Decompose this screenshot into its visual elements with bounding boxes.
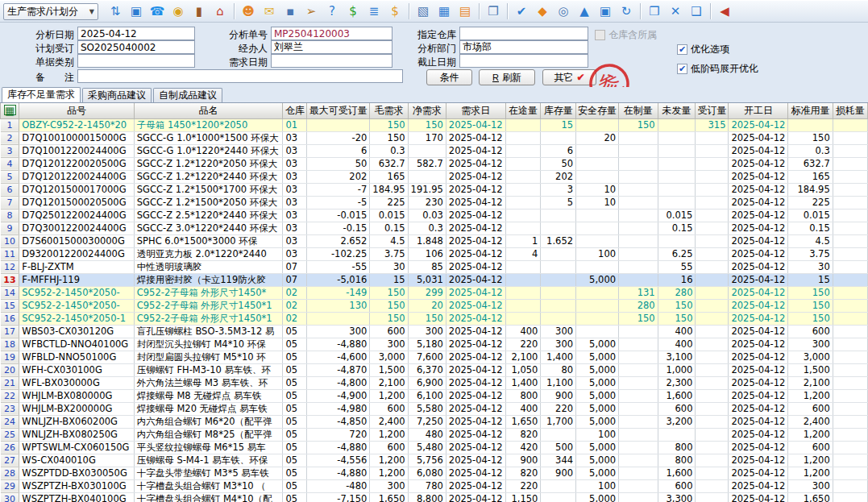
table-row[interactable]: 12F-BLJ-ZXTM中性透明玻璃胶07-5530852025-04-1255…	[1, 260, 868, 273]
other-button[interactable]: 其它 ✔	[542, 69, 596, 85]
window-cascade-button[interactable]: ❑	[686, 2, 707, 21]
tab-3[interactable]: 自制成品建议	[153, 88, 222, 102]
table-row[interactable]: 11D932001220024400G透明亚克力板 2.0*1220*24400…	[1, 247, 868, 260]
cell	[833, 144, 867, 157]
table-row[interactable]: 22WHJLM-BX080000G焊接螺母 M8 无碰焊点 易车铁05-4,90…	[1, 389, 868, 402]
approve-button[interactable]: ✔	[511, 2, 532, 21]
window-restore-button[interactable]: ❒	[644, 2, 665, 21]
remark-field[interactable]	[77, 69, 403, 83]
table-row[interactable]: 15SC952-2-1450*2050-C952-2子母箱 外形尺寸1450*1…	[1, 299, 868, 312]
table-row[interactable]: 8D7Q2501220024400GSGCC-Z 2.5*1220*2440 环…	[1, 209, 868, 222]
table-row[interactable]: 23WHJLM-BX200000G焊接螺母 M20 无碰焊点 易车铁05-4,9…	[1, 402, 868, 415]
col-header-5[interactable]: 毛需求	[370, 103, 408, 118]
col-header-3[interactable]: 仓库	[283, 103, 307, 118]
col-header-6[interactable]: 净需求	[408, 103, 446, 118]
monitor-share-icon: ▣	[600, 6, 611, 18]
cell	[576, 312, 619, 325]
table-row[interactable]: 27WS-CX040010G压铆螺母 S-M4-1 易车铁、环保05-4,556…	[1, 454, 868, 467]
optimize-checkbox[interactable]: ✔ 优化选项	[677, 44, 729, 55]
table-row[interactable]: 29WSZPTZH-BX030100G十字槽盘头组合螺钉 M3*10 （05-4…	[1, 479, 868, 492]
table-row[interactable]: 24WNLJZH-BX060200G内六角组合螺钉 M6*20（配平弹05-4,…	[1, 415, 868, 428]
tab-1[interactable]: 库存不足量需求	[2, 87, 81, 102]
cart-button[interactable]: ≣	[363, 2, 384, 21]
col-header-2[interactable]: 品名	[134, 103, 283, 118]
finance-button[interactable]: $	[384, 2, 405, 21]
warehouse-field[interactable]	[459, 27, 588, 40]
phone-button[interactable]: ☎	[147, 2, 168, 21]
calculator-button[interactable]: ▦	[434, 2, 455, 21]
table-row[interactable]: 9D7Q3001220024400GSGCC-Z 3.0*1220*2440 环…	[1, 222, 868, 234]
table-row[interactable]: 19WFBLD-NNO50100G封闭型扁圆头拉铆钉 M5*10 环05-4,6…	[1, 351, 868, 363]
demand-date-field[interactable]	[271, 54, 392, 68]
computer-button[interactable]: ▣	[126, 2, 147, 21]
col-header-11[interactable]: 在制量	[619, 103, 658, 118]
search-doc-button[interactable]: ◎	[553, 2, 574, 21]
col-header-4[interactable]: 最大可受订量	[307, 103, 370, 118]
table-row[interactable]: 5D7Q1201220024400GSGCC-Z 1.2*1220*2440 环…	[1, 170, 868, 183]
col-header-14[interactable]: 开工日	[729, 103, 788, 118]
refresh-button-label: 刷新	[502, 71, 521, 85]
module-dropdown[interactable]: 生产需求/计划分 ▼	[3, 3, 98, 20]
key-button[interactable]: ➢	[301, 2, 322, 21]
users-button[interactable]: ☻	[238, 2, 259, 21]
col-header-9[interactable]: 库存量	[541, 103, 576, 118]
table-row[interactable]: 1OBZY-C952-2-1450*20子母箱 1450*1200*205001…	[1, 118, 868, 131]
col-header-10[interactable]: 安全存量	[576, 103, 619, 118]
network-button[interactable]: ▲	[574, 2, 595, 21]
table-row[interactable]: 17WBS03-CX030120G盲孔压铆螺柱 BSO-3.5M3-12 易05…	[1, 325, 868, 338]
table-row[interactable]: 14SC952-2-1450*2050-C952-2子母箱 外形尺寸1450*0…	[1, 286, 868, 299]
col-header-7[interactable]: 需求日	[446, 103, 505, 118]
help-button[interactable]: ?	[322, 2, 343, 21]
col-header-13[interactable]: 受订量	[696, 103, 729, 118]
doc-type-field[interactable]	[77, 54, 195, 68]
monitor-share-button[interactable]: ▣	[595, 2, 616, 21]
condition-button[interactable]: 条件	[426, 69, 472, 85]
home-button[interactable]: ⌂	[210, 2, 230, 21]
col-header-15[interactable]: 标准用量	[788, 103, 833, 118]
analysis-no-field[interactable]	[271, 27, 392, 40]
col-header-8[interactable]: 在途量	[505, 103, 541, 118]
excel-export-button[interactable]: ▦	[1, 103, 19, 118]
copy-button[interactable]: ❐	[483, 2, 504, 21]
low-level-checkbox[interactable]: ✔ 低阶码展开优化	[677, 63, 758, 74]
table-row[interactable]: 28WSZPTDD-BX030050G十字盘头带垫螺钉 M3*5 易车铁05-4…	[1, 467, 868, 479]
workflow-button[interactable]: ⇅	[105, 2, 126, 21]
money-button[interactable]: $	[343, 2, 363, 21]
table-row[interactable]: 2D7Q1001000015000GSGCC-G 1.0*1000*1500 环…	[1, 131, 868, 144]
cell: 05	[283, 415, 307, 428]
table-row[interactable]: 16SC952-2-1450*2050-1C952-2子母箱 外形尺寸1450*…	[1, 312, 868, 325]
deadline-field[interactable]	[459, 54, 588, 68]
table-row[interactable]: 13F-MFFHJ-119焊接用密封胶（卡立119防火胶07-5,016155,…	[1, 273, 868, 286]
table-row[interactable]: 26WPTSWLM-CX060150G平头竖纹拉铆螺母 M6*15 易车05-4…	[1, 441, 868, 454]
table-row[interactable]: 30WSZPTZH-BX040100G十字槽盘头组合螺钉 M4*10（配05-7…	[1, 492, 868, 502]
tab-2[interactable]: 采购商品建议	[82, 88, 152, 102]
table-row[interactable]: 25WNLJZH-BX080250G内六角组合螺钉 M8*25（配平弹05720…	[1, 428, 868, 441]
col-header-1[interactable]: 品号	[19, 103, 134, 118]
col-header-16[interactable]: 损耗量	[833, 103, 867, 118]
exit-button[interactable]: ◀	[714, 2, 735, 21]
table-row[interactable]: 10D7S6001500030000GSPHC 6.0*1500*3000 环保…	[1, 234, 868, 247]
table-row[interactable]: 6D7Q1201500017000GSGCC-Z 1.2*1500*1700 环…	[1, 183, 868, 196]
window-close-button[interactable]: ✕	[665, 2, 686, 21]
analysis-dept-field[interactable]	[459, 40, 588, 54]
warehouse-incl-checkbox[interactable]: 仓库含所属	[595, 29, 657, 40]
refresh-button[interactable]: R 刷新	[479, 69, 535, 85]
table-row[interactable]: 20WFH-CX030100G压铆螺钉 FH-M3-10 易车铁、环05-4,8…	[1, 363, 868, 376]
alert-button[interactable]: ◆	[532, 2, 553, 21]
handler-field[interactable]	[271, 40, 392, 54]
lock-key-button[interactable]: ◉	[168, 2, 189, 21]
analysis-date-field[interactable]	[77, 27, 195, 40]
drawer-button[interactable]: ▤	[455, 2, 476, 21]
note-button[interactable]: ▪	[280, 2, 301, 21]
table-row[interactable]: 7D7Q1201500020500GSGCC-Z 1.2*1500*2050 环…	[1, 196, 868, 209]
briefcase-button[interactable]: ▮	[189, 2, 210, 21]
table-row[interactable]: 21WFL-BX030000G外六角法兰螺母 M3 易车铁、环05-4,8002…	[1, 376, 868, 389]
table-row[interactable]: 18WFBCTLD-NNO40100G封闭型沉头拉铆钉 M4*10 环保05-4…	[1, 338, 868, 351]
col-header-12[interactable]: 未发量	[658, 103, 696, 118]
refresh-arrows-button[interactable]: ↻	[616, 2, 637, 21]
table-row[interactable]: 3D7Q1001220024400GSGCC-G 1.0*1220*2440 环…	[1, 144, 868, 157]
report-button[interactable]: ▧	[413, 2, 434, 21]
planned-order-field[interactable]	[77, 40, 195, 54]
table-row[interactable]: 4D7Q1201220020500GSGCC-Z 1.2*1220*2050 环…	[1, 157, 868, 170]
mail-button[interactable]: ✉	[259, 2, 280, 21]
